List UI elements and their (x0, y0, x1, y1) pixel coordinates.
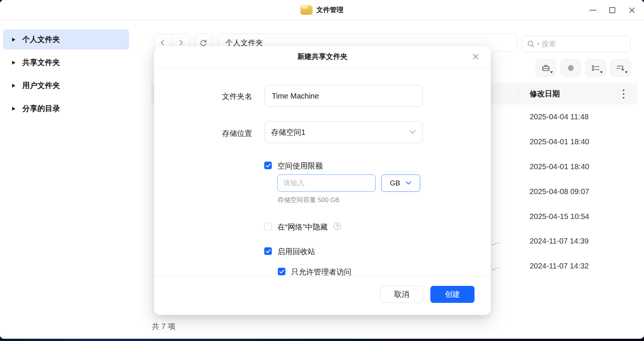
sort-icon (617, 65, 624, 71)
sidebar-item-label: 用户文件夹 (22, 80, 60, 91)
sidebar-item-label: 分享的目录 (22, 103, 60, 114)
chevron-down-icon (405, 181, 411, 185)
sidebar: 个人文件夹 共享文件夹 用户文件夹 分享的目录 (3, 29, 129, 122)
column-options-button[interactable] (620, 89, 627, 99)
sidebar-item-shared-folders[interactable]: 共享文件夹 (3, 52, 129, 73)
storage-location-value: 存储空间1 (271, 127, 409, 137)
caret-right-icon[interactable] (12, 38, 15, 42)
minimize-button[interactable] (588, 6, 597, 15)
title-bar: 文件管理 (0, 0, 644, 20)
footer-divider (154, 276, 491, 277)
checkmark-icon (279, 270, 284, 274)
file-name-fragment: _... (492, 238, 500, 245)
close-icon (629, 7, 635, 14)
quota-unit-value: GB (390, 179, 400, 187)
sidebar-item-personal-folders[interactable]: 个人文件夹 (3, 29, 129, 49)
new-shared-folder-dialog: 新建共享文件夹 文件夹名 存储位置 存储空间1 空间使用限额 GB 存储空间容量… (154, 46, 491, 315)
window-controls (588, 0, 636, 20)
checkmark-icon (266, 249, 271, 253)
caret-down-icon (625, 71, 628, 73)
hide-in-network-label[interactable]: 在“网络”中隐藏 (277, 222, 328, 232)
sidebar-item-label: 共享文件夹 (22, 57, 60, 68)
refresh-icon (200, 39, 207, 46)
caret-down-icon (600, 71, 603, 73)
toolbox-button[interactable] (536, 59, 556, 77)
file-row[interactable]: _... 2024-11-07 14:32 (468, 262, 638, 273)
storage-location-select[interactable]: 存储空间1 (265, 121, 423, 143)
maximize-icon (609, 7, 615, 13)
dialog-title: 新建共享文件夹 (297, 52, 348, 62)
action-toolbar (536, 59, 631, 77)
file-modified-date: 2025-04-04 11:48 (530, 113, 589, 121)
sidebar-item-user-folders[interactable]: 用户文件夹 (3, 76, 129, 96)
column-divider[interactable] (518, 90, 519, 98)
search-input[interactable] (542, 40, 610, 48)
file-row[interactable]: _... 2024-11-07 14:39 (468, 237, 638, 248)
view-mode-button[interactable] (585, 59, 606, 77)
admin-only-label[interactable]: 只允许管理者访问 (291, 267, 351, 277)
help-icon[interactable]: ? (334, 223, 341, 230)
file-row[interactable]: 2025-04-01 18:40 (468, 137, 638, 149)
dialog-close-button[interactable] (470, 51, 481, 62)
cancel-button[interactable]: 取消 (380, 286, 423, 303)
back-icon (160, 40, 166, 46)
close-button[interactable] (627, 6, 636, 15)
caret-right-icon[interactable] (12, 84, 15, 88)
file-modified-date: 2024-11-07 14:32 (530, 262, 589, 270)
file-row[interactable]: 2025-04-15 10:54 (468, 212, 638, 224)
quota-amount-input[interactable] (277, 174, 376, 192)
file-modified-date: 2024-11-07 14:39 (530, 237, 589, 245)
folder-name-input[interactable] (265, 85, 423, 107)
app-window: 文件管理 个人文件夹 共享文件夹 用户文件夹 分享的目录 (0, 0, 644, 339)
sidebar-item-label: 个人文件夹 (22, 34, 60, 45)
view-details-icon (592, 65, 599, 71)
toolbox-icon (542, 65, 550, 71)
search-box (522, 35, 630, 52)
app-title: 文件管理 (316, 5, 344, 14)
search-filter-caret-icon[interactable] (537, 43, 540, 45)
admin-only-checkbox[interactable] (278, 268, 285, 275)
capacity-hint: 存储空间容量 500 GB (277, 196, 339, 204)
file-row[interactable]: 2025-04-01 18:40 (468, 162, 638, 174)
folder-name-label: 文件夹名 (192, 91, 252, 102)
file-row[interactable]: 2025-04-04 11:48 (468, 113, 638, 124)
file-modified-date: 2025-04-08 09:07 (530, 187, 589, 196)
recycle-bin-checkbox[interactable] (264, 247, 272, 255)
quota-label[interactable]: 空间使用限额 (277, 161, 323, 171)
chevron-down-icon (409, 130, 416, 134)
gear-icon (567, 64, 575, 72)
quota-unit-select[interactable]: GB (381, 174, 420, 192)
minimize-icon (589, 10, 596, 11)
settings-button[interactable] (561, 59, 581, 77)
file-modified-date: 2025-04-15 10:54 (530, 212, 589, 221)
column-header-modified[interactable]: 修改日期 (530, 83, 560, 105)
caret-right-icon[interactable] (12, 61, 15, 65)
caret-down-icon (550, 71, 553, 73)
search-icon (527, 40, 535, 48)
quota-checkbox[interactable] (264, 162, 272, 169)
file-modified-date: 2025-04-01 18:40 (530, 162, 589, 171)
hide-in-network-checkbox[interactable] (264, 223, 272, 230)
sort-button[interactable] (610, 59, 631, 77)
caret-right-icon[interactable] (12, 107, 15, 111)
create-button[interactable]: 创建 (430, 286, 475, 303)
dialog-header: 新建共享文件夹 (154, 46, 491, 68)
file-name-fragment: _... (492, 263, 500, 270)
file-modified-date: 2025-04-01 18:40 (530, 137, 589, 146)
recycle-bin-label[interactable]: 启用回收站 (277, 247, 315, 257)
close-icon (472, 53, 479, 60)
checkmark-icon (266, 164, 271, 168)
forward-icon (178, 40, 184, 46)
app-folder-icon (300, 5, 313, 15)
file-row[interactable]: 2025-04-08 09:07 (468, 187, 638, 199)
maximize-button[interactable] (608, 6, 617, 15)
sidebar-item-shared-directories[interactable]: 分享的目录 (3, 99, 129, 119)
storage-location-label: 存储位置 (192, 128, 252, 139)
status-item-count: 共 7 项 (152, 321, 175, 332)
